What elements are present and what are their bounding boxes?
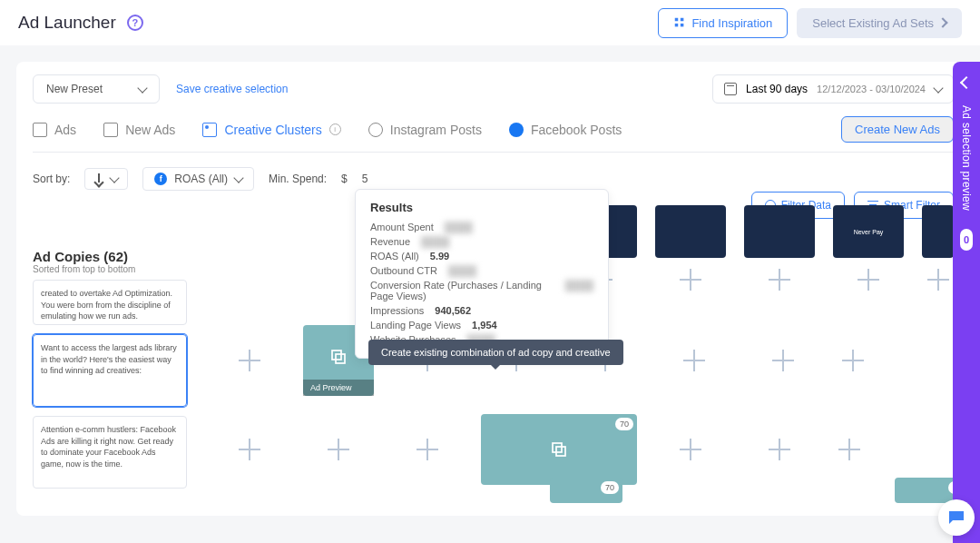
chevron-right-icon <box>937 17 947 27</box>
plus-icon <box>683 350 705 371</box>
save-creative-link[interactable]: Save creative selection <box>176 83 288 95</box>
chat-bubble[interactable] <box>938 499 975 536</box>
help-icon[interactable]: ? <box>127 15 143 31</box>
score-badge: 70 <box>601 481 619 494</box>
select-existing-label: Select Existing Ad Sets <box>812 16 934 30</box>
svg-rect-4 <box>332 350 341 360</box>
add-cell[interactable] <box>744 414 815 485</box>
strip-cell[interactable]: 70 <box>550 478 622 503</box>
popover-row: Impressions940,562 <box>370 303 593 318</box>
calendar-icon <box>724 83 737 95</box>
creative-grid: Never Pay Ad Preview <box>196 205 954 503</box>
find-inspiration-button[interactable]: Find Inspiration <box>658 8 788 38</box>
big-preview-cell[interactable]: 70 <box>481 414 637 485</box>
chevron-down-icon <box>933 83 943 93</box>
tab-facebook[interactable]: Facebook Posts <box>509 123 622 137</box>
add-cell[interactable] <box>392 414 463 485</box>
ad-copy-card[interactable]: Want to access the largest ads library i… <box>33 334 187 407</box>
popover-row: Amount Spent████ <box>370 220 593 234</box>
svg-rect-6 <box>553 443 562 452</box>
content-panel: New Preset Save creative selection Last … <box>16 62 970 516</box>
svg-rect-0 <box>675 18 679 22</box>
popover-metric-value: 1,954 <box>472 320 497 331</box>
svg-rect-7 <box>556 447 565 456</box>
results-popover: Results Amount Spent████Revenue████ROAS … <box>355 189 609 359</box>
score-badge: 70 <box>615 418 633 430</box>
svg-rect-2 <box>675 24 679 27</box>
add-cell[interactable] <box>655 414 726 485</box>
sort-direction[interactable] <box>84 168 128 190</box>
plus-icon <box>842 350 864 371</box>
popover-title: Results <box>370 201 593 214</box>
popover-row: Revenue████ <box>370 234 593 249</box>
add-cell[interactable] <box>922 267 954 292</box>
create-new-ads-button[interactable]: Create New Ads <box>841 116 954 143</box>
plus-icon <box>769 269 790 291</box>
select-existing-button[interactable]: Select Existing Ad Sets <box>797 8 962 38</box>
side-panel-label: Ad selection preview <box>960 105 973 211</box>
ad-copies-subtitle: Sorted from top to bottom <box>33 264 187 274</box>
chevron-left-icon[interactable] <box>960 76 973 89</box>
add-cell[interactable] <box>833 414 865 485</box>
popover-metric-value: ████ <box>445 222 473 232</box>
popover-metric-label: Revenue <box>370 236 410 247</box>
plus-icon <box>769 439 790 460</box>
popover-metric-value: ████ <box>421 236 449 247</box>
popover-metric-label: Amount Spent <box>370 222 434 232</box>
facebook-icon <box>509 123 524 137</box>
add-cell[interactable] <box>214 414 285 485</box>
plus-icon <box>858 269 879 291</box>
popover-metric-label: Outbound CTR <box>370 265 437 276</box>
add-cell[interactable] <box>837 325 868 396</box>
facebook-dot-icon: f <box>154 173 167 185</box>
header-left: Ad Launcher ? <box>18 13 143 33</box>
info-icon[interactable]: i <box>329 123 341 135</box>
page-title: Ad Launcher <box>18 13 116 33</box>
tab-ads[interactable]: Ads <box>33 123 76 137</box>
popover-metric-label: Impressions <box>370 305 424 316</box>
plus-icon <box>838 439 860 460</box>
tab-creative-clusters[interactable]: Creative Clustersi <box>202 123 340 137</box>
date-picker[interactable]: Last 90 days 12/12/2023 - 03/10/2024 <box>712 74 954 104</box>
add-cell[interactable] <box>744 267 815 292</box>
ad-selection-preview-panel[interactable]: Ad selection preview 0 <box>953 62 980 543</box>
image-icon <box>202 123 217 137</box>
chevron-down-icon <box>233 173 243 183</box>
min-spend-value[interactable]: 5 <box>362 173 368 185</box>
add-cell[interactable] <box>833 267 904 292</box>
popover-metric-label: Conversion Rate (Purchases / Landing Pag… <box>370 280 554 301</box>
creative-thumb[interactable] <box>655 205 726 258</box>
tab-new-ads[interactable]: New Ads <box>103 123 175 137</box>
sort-label: Sort by: <box>33 173 70 185</box>
ad-copy-card[interactable]: Attention e-comm hustlers: Facebook Ads … <box>33 416 187 489</box>
popover-metric-value: ████ <box>448 265 476 276</box>
popover-metric-value: 5.99 <box>430 251 449 262</box>
add-cell[interactable] <box>214 325 285 396</box>
preset-select[interactable]: New Preset <box>33 74 160 104</box>
creative-thumb[interactable] <box>744 205 815 258</box>
popover-row: Landing Page Views1,954 <box>370 318 593 332</box>
add-cell[interactable] <box>659 325 730 396</box>
grid-area: Ad Copies (62) Sorted from top to bottom… <box>33 205 954 503</box>
plus-icon <box>416 439 438 460</box>
ad-copy-card[interactable]: created to overtake Ad Optimization. You… <box>33 280 187 325</box>
popover-metric-label: ROAS (All) <box>370 251 419 262</box>
popover-row: ROAS (All)5.99 <box>370 249 593 263</box>
add-cell[interactable] <box>303 414 374 485</box>
creative-thumb[interactable] <box>922 205 954 258</box>
tab-instagram[interactable]: Instagram Posts <box>368 123 482 137</box>
date-label: Last 90 days <box>746 83 808 95</box>
svg-rect-1 <box>681 18 684 22</box>
arrow-down-icon <box>94 173 103 184</box>
roas-select[interactable]: fROAS (All) <box>142 167 254 191</box>
add-cell[interactable] <box>655 267 726 292</box>
copy-icon <box>550 440 568 459</box>
add-cell[interactable] <box>748 325 818 396</box>
main-content: New Preset Save creative selection Last … <box>0 45 980 532</box>
plus-icon <box>328 439 349 460</box>
date-range: 12/12/2023 - 03/10/2024 <box>817 84 926 94</box>
ad-copies-title: Ad Copies (62) <box>33 249 187 264</box>
popover-metric-value: 940,562 <box>435 305 471 316</box>
creative-thumb[interactable]: Never Pay <box>833 205 904 258</box>
chat-icon <box>947 509 965 526</box>
